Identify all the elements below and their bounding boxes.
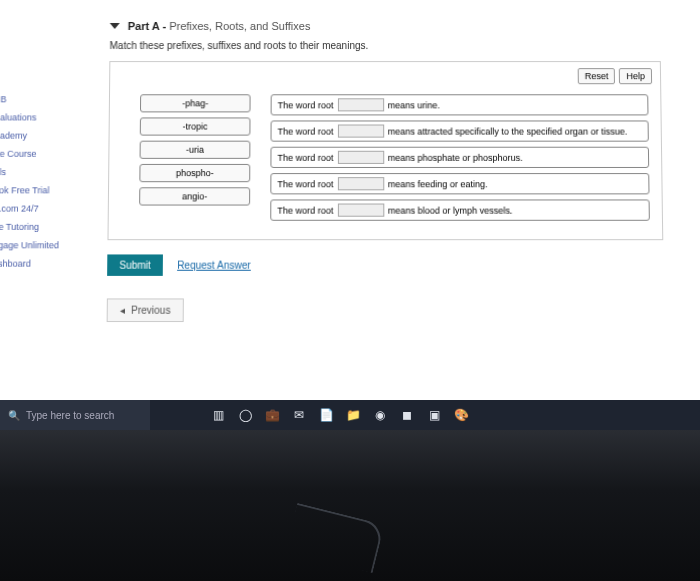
def-pre: The word root bbox=[278, 126, 334, 136]
def-post: means feeding or eating. bbox=[388, 179, 488, 189]
def-post: means urine. bbox=[388, 100, 440, 110]
definition-row: The word root means feeding or eating. bbox=[270, 173, 649, 194]
search-placeholder: Type here to search bbox=[26, 410, 114, 421]
def-post: means attracted specifically to the spec… bbox=[388, 126, 628, 136]
terms-column: -phag- -tropic -uria phospho- angio- bbox=[139, 94, 251, 221]
windows-taskbar[interactable]: 🔍 Type here to search ▥ ◯ 💼 ✉ 📄 📁 ◉ ◼ ▣ … bbox=[0, 400, 700, 430]
screen-reflection bbox=[285, 503, 384, 573]
sidebar: B aluations ademy e Course ls ok Free Tr… bbox=[0, 90, 69, 273]
def-pre: The word root bbox=[277, 179, 333, 189]
sidebar-item[interactable]: shboard bbox=[0, 254, 67, 272]
app-icon[interactable]: ▣ bbox=[426, 407, 442, 423]
definition-row: The word root means blood or lymph vesse… bbox=[270, 199, 650, 220]
chevron-left-icon: ◂ bbox=[120, 305, 125, 316]
draggable-term[interactable]: -phag- bbox=[140, 94, 251, 112]
definition-row: The word root means attracted specifical… bbox=[271, 120, 649, 141]
app-icon[interactable]: 🎨 bbox=[453, 407, 469, 423]
submit-button[interactable]: Submit bbox=[107, 254, 163, 275]
sidebar-item[interactable]: ok Free Trial bbox=[0, 181, 68, 199]
store-icon[interactable]: 💼 bbox=[264, 407, 280, 423]
sidebar-item[interactable]: ademy bbox=[0, 127, 68, 145]
draggable-term[interactable]: -tropic bbox=[140, 117, 251, 135]
sidebar-item[interactable]: ls bbox=[0, 163, 68, 181]
media-icon[interactable]: ◉ bbox=[372, 407, 388, 423]
file-icon[interactable]: 📄 bbox=[318, 407, 334, 423]
definition-row: The word root means urine. bbox=[271, 94, 649, 115]
cortana-icon[interactable]: ◯ bbox=[237, 407, 253, 423]
sidebar-item[interactable]: e Course bbox=[0, 145, 68, 163]
drop-target[interactable] bbox=[337, 125, 383, 138]
taskbar-search[interactable]: 🔍 Type here to search bbox=[0, 400, 150, 430]
drop-target[interactable] bbox=[337, 151, 383, 164]
draggable-term[interactable]: phospho- bbox=[139, 164, 250, 182]
draggable-term[interactable]: angio- bbox=[139, 187, 250, 205]
reset-button[interactable]: Reset bbox=[578, 68, 616, 84]
previous-button[interactable]: ◂ Previous bbox=[107, 298, 184, 322]
sidebar-item[interactable]: aluations bbox=[0, 108, 69, 126]
def-pre: The word root bbox=[277, 205, 333, 215]
drop-target[interactable] bbox=[337, 177, 383, 190]
part-header[interactable]: Part A - Prefixes, Roots, and Suffixes bbox=[110, 20, 661, 32]
def-pre: The word root bbox=[277, 152, 333, 162]
monitor-bezel bbox=[0, 430, 700, 581]
taskbar-icons: ▥ ◯ 💼 ✉ 📄 📁 ◉ ◼ ▣ 🎨 bbox=[210, 407, 469, 423]
definition-row: The word root means phosphate or phospho… bbox=[270, 147, 649, 168]
def-pre: The word root bbox=[278, 100, 334, 110]
app-icon[interactable]: ◼ bbox=[399, 407, 415, 423]
def-post: means blood or lymph vessels. bbox=[388, 205, 513, 215]
def-post: means phosphate or phosphorus. bbox=[388, 152, 523, 162]
help-button[interactable]: Help bbox=[619, 68, 652, 84]
sidebar-item[interactable]: B bbox=[0, 90, 69, 108]
instruction-text: Match these prefixes, suffixes and roots… bbox=[109, 40, 660, 51]
drop-target[interactable] bbox=[337, 204, 383, 217]
part-title: Part A - Prefixes, Roots, and Suffixes bbox=[128, 20, 311, 32]
main-content: Part A - Prefixes, Roots, and Suffixes M… bbox=[76, 0, 700, 332]
request-answer-link[interactable]: Request Answer bbox=[177, 260, 251, 271]
question-panel: Reset Help -phag- -tropic -uria phospho-… bbox=[107, 61, 663, 240]
caret-down-icon bbox=[110, 23, 120, 29]
search-icon: 🔍 bbox=[8, 410, 20, 421]
task-view-icon[interactable]: ▥ bbox=[210, 407, 226, 423]
sidebar-item[interactable]: gage Unlimited bbox=[0, 236, 67, 254]
definitions-column: The word root means urine. The word root… bbox=[270, 94, 650, 221]
drop-target[interactable] bbox=[337, 98, 383, 111]
draggable-term[interactable]: -uria bbox=[140, 141, 251, 159]
mail-icon[interactable]: ✉ bbox=[291, 407, 307, 423]
sidebar-item[interactable]: e Tutoring bbox=[0, 218, 67, 236]
explorer-icon[interactable]: 📁 bbox=[345, 407, 361, 423]
sidebar-item[interactable]: .com 24/7 bbox=[0, 199, 68, 217]
